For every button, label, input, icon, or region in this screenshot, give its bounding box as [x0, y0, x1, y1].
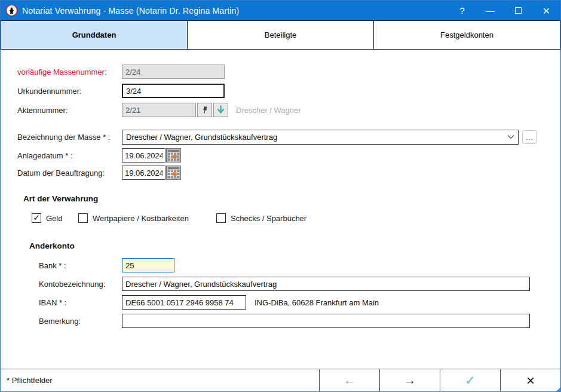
footer-bar: * Pflichtfelder ← → ✓ ×	[1, 369, 560, 391]
massenummer-label: vorläufige Massenummer:	[17, 68, 122, 76]
tab-festgeldkonten[interactable]: Festgeldkonten	[373, 20, 560, 50]
kontobezeichnung-label: Kontobezeichnung:	[39, 280, 122, 289]
anderkonto-heading: Anderkonto	[29, 241, 75, 250]
checkbox-group-schecks: Schecks / Sparbücher	[216, 213, 306, 223]
app-icon-berlin-bear	[5, 4, 18, 17]
verwahrung-heading: Art der Verwahrung	[23, 194, 98, 203]
close-x-icon: ×	[526, 372, 535, 389]
anlagedatum-calendar-button[interactable]	[166, 148, 181, 163]
tab-label: Festgeldkonten	[440, 30, 493, 39]
titlebar: Notariat Verwahrung - Masse (Notarin Dr.…	[1, 1, 560, 20]
aktennummer-label: Aktennummer:	[17, 106, 122, 115]
tab-label: Grunddaten	[72, 30, 117, 39]
calendar-icon	[167, 167, 180, 179]
help-button[interactable]: ?	[448, 1, 476, 20]
tab-beteiligte[interactable]: Beteiligte	[187, 20, 373, 50]
back-button[interactable]: ←	[319, 369, 379, 391]
cancel-button[interactable]: ×	[500, 369, 560, 391]
bank-label: Bank * :	[39, 261, 122, 270]
anlagedatum-label: Anlagedatum * :	[17, 151, 122, 160]
confirm-button[interactable]: ✓	[440, 369, 500, 391]
forward-button[interactable]: →	[379, 369, 440, 391]
massenummer-input	[122, 65, 225, 79]
bezeichnung-label: Bezeichnung der Masse * :	[17, 133, 122, 142]
grunddaten-panel: vorläufige Massenummer: Urkundennummer: …	[1, 50, 560, 328]
wertpapiere-label: Wertpapiere / Kostbarkeiten	[93, 214, 189, 223]
pin-button[interactable]	[197, 103, 212, 117]
geld-label: Geld	[46, 214, 62, 223]
kontobezeichnung-input[interactable]	[122, 277, 530, 291]
arrow-right-icon: →	[404, 373, 416, 387]
bemerkung-label: Bemerkung:	[39, 317, 122, 326]
pushpin-icon	[201, 106, 209, 115]
checkbox-group-wertpapiere: Wertpapiere / Kostbarkeiten	[78, 213, 216, 223]
minimize-button[interactable]: —	[476, 1, 504, 20]
beauftragung-calendar-button[interactable]	[166, 166, 181, 180]
urkundennummer-label: Urkundennummer:	[17, 87, 122, 96]
tab-bar: Grunddaten Beteiligte Festgeldkonten	[1, 20, 560, 50]
maximize-icon	[515, 7, 522, 14]
bezeichnung-browse-button[interactable]: ...	[522, 130, 537, 144]
arrow-left-icon: ←	[344, 373, 355, 387]
required-fields-note: * Pflichtfelder	[1, 369, 319, 391]
iban-input[interactable]	[122, 295, 246, 310]
resize-grip[interactable]	[556, 387, 560, 391]
iban-label: IBAN * :	[39, 298, 122, 307]
anlagedatum-input[interactable]	[122, 148, 165, 163]
arrow-down-icon	[216, 105, 225, 115]
beauftragung-label: Datum der Beauftragung:	[17, 169, 122, 177]
tab-grunddaten[interactable]: Grunddaten	[1, 20, 187, 50]
bank-input[interactable]	[122, 258, 174, 272]
close-button[interactable]: ×	[532, 1, 560, 20]
bezeichnung-combobox[interactable]: Drescher / Wagner, Grundstückskaufvertra…	[122, 130, 519, 145]
schecks-label: Schecks / Sparbücher	[231, 214, 306, 223]
maximize-button[interactable]	[504, 1, 532, 20]
window-title: Notariat Verwahrung - Masse (Notarin Dr.…	[22, 6, 448, 16]
beauftragung-input[interactable]	[122, 166, 165, 180]
aktennummer-linked-name: Drescher / Wagner	[236, 106, 301, 115]
calendar-icon	[167, 149, 180, 161]
bezeichnung-value: Drescher / Wagner, Grundstückskaufvertra…	[126, 133, 277, 142]
aktennummer-input	[122, 103, 196, 117]
lookup-button[interactable]	[213, 103, 228, 117]
wertpapiere-checkbox[interactable]	[78, 213, 88, 223]
checkbox-group-geld: Geld	[32, 213, 78, 223]
urkundennummer-input[interactable]	[122, 84, 225, 98]
bemerkung-input[interactable]	[122, 314, 530, 328]
check-icon: ✓	[465, 373, 476, 388]
schecks-checkbox[interactable]	[216, 213, 226, 223]
chevron-down-icon	[507, 134, 514, 139]
iban-bank-info: ING-DiBa, 60628 Frankfurt am Main	[255, 298, 379, 307]
window: Notariat Verwahrung - Masse (Notarin Dr.…	[0, 0, 561, 392]
geld-checkbox[interactable]	[32, 213, 41, 223]
tab-label: Beteiligte	[265, 30, 296, 39]
